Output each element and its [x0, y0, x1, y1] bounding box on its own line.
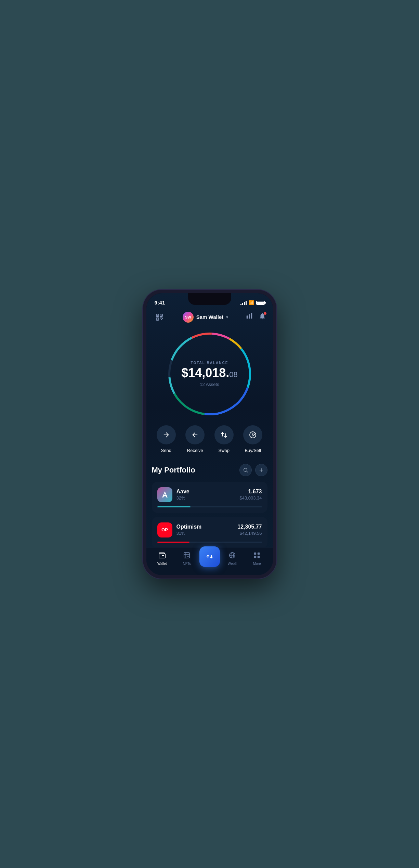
notification-button[interactable]	[259, 312, 266, 322]
buysell-button[interactable]: $ Buy/Sell	[243, 425, 262, 453]
balance-main: $14,018.	[181, 366, 229, 380]
optimism-logo-text: OP	[161, 527, 168, 532]
optimism-usd: $42,149.56	[237, 531, 262, 536]
balance-section: TOTAL BALANCE $14,018.08 12 Assets	[146, 329, 273, 418]
phone-frame: 9:41 📶	[143, 290, 276, 579]
svg-rect-11	[249, 314, 250, 319]
svg-text:$: $	[252, 433, 254, 437]
aave-amount: 1.673	[239, 489, 262, 495]
search-icon	[243, 467, 248, 473]
avatar: SW	[183, 312, 194, 323]
web3-nav-icon	[228, 552, 236, 560]
optimism-values: 12,305.77 $42,149.56	[237, 524, 262, 536]
svg-rect-31	[258, 552, 260, 554]
receive-icon-circle	[185, 425, 205, 444]
nav-more[interactable]: More	[245, 552, 270, 566]
portfolio-search-button[interactable]	[239, 464, 252, 476]
svg-rect-30	[254, 552, 256, 554]
swap-label: Swap	[218, 448, 230, 453]
wallet-nav-icon	[158, 552, 166, 560]
aave-icon	[161, 491, 169, 499]
optimism-progress-bar	[157, 542, 262, 543]
optimism-pct: 31%	[176, 531, 234, 536]
nav-wallet[interactable]: Wallet	[150, 552, 175, 566]
portfolio-actions	[239, 464, 267, 476]
optimism-progress-fill	[157, 542, 190, 543]
scan-icon	[155, 313, 163, 321]
header-actions	[246, 312, 266, 322]
balance-label: TOTAL BALANCE	[181, 361, 238, 365]
asset-row-aave: Aave 32% 1.673 $43,003.34	[157, 487, 262, 502]
send-icon	[162, 431, 170, 439]
scan-button[interactable]	[153, 311, 166, 323]
portfolio-title: My Portfolio	[152, 466, 195, 475]
receive-button[interactable]: Receive	[185, 425, 205, 453]
asset-card-aave[interactable]: Aave 32% 1.673 $43,003.34	[152, 482, 267, 513]
bottom-nav: Wallet NFTs	[146, 547, 273, 575]
svg-rect-10	[246, 315, 248, 319]
status-icons: 📶	[240, 300, 265, 305]
nav-center-button[interactable]	[199, 546, 220, 567]
aave-name: Aave	[176, 489, 236, 495]
status-time: 9:41	[155, 300, 165, 306]
chart-button[interactable]	[246, 312, 253, 322]
receive-icon	[191, 431, 199, 439]
svg-rect-4	[161, 315, 161, 315]
chart-icon	[246, 312, 253, 320]
add-icon	[259, 467, 264, 473]
chevron-down-icon: ▾	[226, 315, 228, 320]
optimism-info: Optimism 31%	[176, 524, 234, 536]
web3-nav-label: Web3	[228, 562, 237, 566]
swap-button[interactable]: Swap	[214, 425, 234, 453]
svg-rect-12	[251, 313, 252, 319]
more-nav-icon	[253, 552, 261, 560]
balance-display: TOTAL BALANCE $14,018.08 12 Assets	[181, 361, 238, 387]
notch	[188, 293, 231, 305]
send-button[interactable]: Send	[157, 425, 176, 453]
send-label: Send	[161, 448, 171, 453]
svg-rect-32	[254, 556, 256, 558]
swap-icon-circle	[214, 425, 234, 444]
portfolio-add-button[interactable]	[255, 464, 267, 476]
receive-label: Receive	[187, 448, 203, 453]
nfts-nav-icon	[183, 552, 191, 560]
battery-icon	[256, 301, 265, 305]
app-header: SW Sam Wallet ▾	[146, 308, 273, 326]
svg-point-27	[187, 556, 189, 557]
aave-progress-fill	[157, 506, 191, 507]
asset-row-optimism: OP Optimism 31% 12,305.77 $42,149.56	[157, 522, 262, 537]
portfolio-section: My Portfolio	[146, 464, 273, 548]
notification-badge	[263, 312, 267, 315]
more-nav-label: More	[253, 562, 261, 566]
balance-assets: 12 Assets	[181, 382, 238, 387]
aave-pct: 32%	[176, 495, 236, 501]
balance-cents: 08	[229, 370, 237, 379]
svg-rect-26	[184, 552, 190, 558]
buysell-icon: $	[249, 431, 257, 439]
wallet-selector[interactable]: SW Sam Wallet ▾	[183, 312, 228, 323]
phone-screen: 9:41 📶	[146, 293, 273, 575]
svg-rect-5	[157, 319, 158, 319]
nav-web3[interactable]: Web3	[220, 552, 245, 566]
aave-progress-bar	[157, 506, 262, 507]
asset-card-optimism[interactable]: OP Optimism 31% 12,305.77 $42,149.56	[152, 517, 267, 548]
swap-icon	[220, 431, 228, 439]
wallet-nav-label: Wallet	[157, 562, 167, 566]
portfolio-header: My Portfolio	[152, 464, 267, 476]
action-buttons: Send Receive Swap	[146, 425, 273, 453]
send-icon-circle	[157, 425, 176, 444]
center-swap-icon	[205, 552, 214, 561]
balance-circle: TOTAL BALANCE $14,018.08 12 Assets	[165, 329, 254, 418]
buysell-icon-circle: $	[243, 425, 262, 444]
aave-logo	[157, 487, 172, 502]
wifi-icon: 📶	[249, 300, 254, 305]
balance-amount: $14,018.08	[181, 367, 238, 379]
nav-nfts[interactable]: NFTs	[174, 552, 199, 566]
svg-rect-3	[157, 315, 158, 315]
aave-values: 1.673 $43,003.34	[239, 489, 262, 501]
nfts-nav-label: NFTs	[183, 562, 191, 566]
svg-rect-33	[258, 556, 260, 558]
wallet-name: Sam Wallet	[196, 314, 223, 320]
signal-icon	[240, 300, 247, 305]
optimism-name: Optimism	[176, 524, 234, 530]
